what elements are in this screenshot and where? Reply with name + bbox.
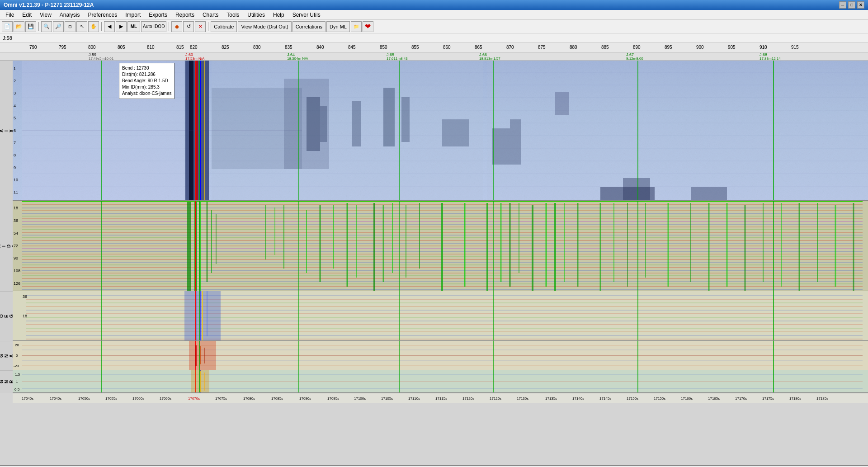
svg-text:17050s: 17050s <box>78 396 90 401</box>
col-label-865: 865 <box>475 45 482 50</box>
j68-sub: 17.83m12:14 <box>760 57 781 61</box>
svg-text:1.5: 1.5 <box>15 373 20 377</box>
dist-axis-svg: 17040s 17045s 17050s 17055s 17060s 17065… <box>13 393 868 403</box>
svg-text:17165s: 17165s <box>708 396 720 401</box>
geo-chart[interactable]: 36 18 <box>13 291 868 341</box>
svg-text:17120s: 17120s <box>462 396 474 401</box>
zoom-fit-button[interactable]: ⊡ <box>65 21 75 32</box>
axial-axis-label: AXIAL <box>0 61 13 201</box>
j64-sub: 18:304m N/A <box>287 57 308 61</box>
j60-sub: 17:53m N/A <box>185 57 204 61</box>
j59-sub: 17:49s5m10:01 <box>89 57 113 61</box>
svg-text:17140s: 17140s <box>572 396 584 401</box>
hand-button[interactable]: ✋ <box>88 21 99 32</box>
svg-text:17145s: 17145s <box>599 396 611 401</box>
axial-chart[interactable]: 11 10 9 8 7 6 5 4 3 2 1 Bend : 12730 Dis… <box>13 61 868 201</box>
svg-text:18: 18 <box>23 314 27 318</box>
record-button[interactable]: ⏺ <box>171 21 182 32</box>
chart-area[interactable]: 11 10 9 8 7 6 5 4 3 2 1 Bend : 12730 Dis… <box>13 61 868 465</box>
svg-text:17095s: 17095s <box>327 396 339 401</box>
col-label-830: 830 <box>253 45 261 50</box>
view-mode-button[interactable]: View Mode (Dist Out) <box>238 21 291 32</box>
menu-file[interactable]: File <box>2 11 18 19</box>
menu-exports[interactable]: Exports <box>145 11 171 19</box>
zoom-in-button[interactable]: 🔍 <box>41 21 52 32</box>
svg-text:17055s: 17055s <box>105 396 117 401</box>
close-button[interactable]: ✕ <box>857 1 864 9</box>
col-label-885: 885 <box>601 45 609 50</box>
col-label-795: 795 <box>59 45 66 50</box>
ang-chart[interactable]: 20 0 -20 <box>13 341 868 370</box>
close-x-button[interactable]: ✕ <box>195 21 206 32</box>
svg-rect-132 <box>13 291 868 340</box>
calibrate-button[interactable]: Calibrate <box>211 21 237 32</box>
svg-text:17135s: 17135s <box>545 396 557 401</box>
radial-y-labels: 126 108 90 72 54 36 18 <box>13 201 22 291</box>
svg-text:0.5: 0.5 <box>14 387 20 392</box>
menu-charts[interactable]: Charts <box>199 11 222 19</box>
position-bar: 790 795 800 805 810 815 820 825 830 835 … <box>0 42 868 52</box>
menu-analysis[interactable]: Analysis <box>56 11 84 19</box>
radial-chart-svg <box>13 201 868 291</box>
menu-utilities[interactable]: Utilities <box>244 11 269 19</box>
svg-text:17075s: 17075s <box>215 396 227 401</box>
j-position-label: J:58 <box>3 35 12 41</box>
ang-chart-svg: 20 0 -20 <box>13 341 868 370</box>
folder-button[interactable]: 📁 <box>351 21 362 32</box>
window-title: Omni v1.21.39 - P-1271 231129-12A <box>4 2 94 8</box>
pointer-button[interactable]: ↖ <box>76 21 87 32</box>
col-label-910: 910 <box>760 45 767 50</box>
next-button[interactable]: ▶ <box>116 21 127 32</box>
svg-text:17160s: 17160s <box>681 396 693 401</box>
svg-rect-29 <box>22 61 184 200</box>
maximize-button[interactable]: □ <box>848 1 855 9</box>
svg-text:17080s: 17080s <box>243 396 255 401</box>
menu-bar: File Edit View Analysis Preferences Impo… <box>0 10 868 20</box>
svg-rect-31 <box>487 61 868 200</box>
second-toolbar: J:58 <box>0 33 868 42</box>
rng-chart[interactable]: 1.5 1 0.5 <box>13 370 868 393</box>
menu-preferences[interactable]: Preferences <box>85 11 121 19</box>
heart-button[interactable]: ❤ <box>363 21 373 32</box>
col-label-870: 870 <box>506 45 514 50</box>
col-label-825: 825 <box>222 45 229 50</box>
svg-text:17070s: 17070s <box>188 396 200 401</box>
svg-text:17105s: 17105s <box>381 396 393 401</box>
j67-sub: 9:12m8:00 <box>626 57 643 61</box>
menu-server-utils[interactable]: Server Utils <box>289 11 324 19</box>
radial-chart[interactable]: 126 108 90 72 54 36 18 <box>13 201 868 291</box>
new-button[interactable]: 📄 <box>2 21 13 32</box>
auto-idod-btn[interactable]: Auto IDOD <box>141 21 166 32</box>
menu-import[interactable]: Import <box>122 11 144 19</box>
save-button[interactable]: 💾 <box>25 21 36 32</box>
title-bar: Omni v1.21.39 - P-1271 231129-12A ─ □ ✕ <box>0 0 868 10</box>
menu-help[interactable]: Help <box>269 11 288 19</box>
col-label-880: 880 <box>570 45 577 50</box>
svg-text:17085s: 17085s <box>271 396 283 401</box>
menu-view[interactable]: View <box>36 11 55 19</box>
menu-edit[interactable]: Edit <box>19 11 35 19</box>
zoom-out-button[interactable]: 🔎 <box>53 21 64 32</box>
ml-btn[interactable]: ML <box>127 21 140 32</box>
col-label-845: 845 <box>348 45 356 50</box>
svg-rect-13 <box>189 61 193 200</box>
correlations-button[interactable]: Correlations <box>292 21 326 32</box>
col-label-875: 875 <box>538 45 546 50</box>
menu-tools[interactable]: Tools <box>223 11 243 19</box>
svg-text:17065s: 17065s <box>160 396 171 401</box>
minimize-button[interactable]: ─ <box>839 1 846 9</box>
svg-text:1: 1 <box>16 380 18 384</box>
col-label-890: 890 <box>633 45 641 50</box>
refresh-button[interactable]: ↺ <box>183 21 194 32</box>
menu-reports[interactable]: Reports <box>172 11 198 19</box>
svg-text:17090s: 17090s <box>299 396 311 401</box>
title-bar-controls: ─ □ ✕ <box>839 1 864 9</box>
svg-text:17130s: 17130s <box>517 396 528 401</box>
prev-button[interactable]: ◀ <box>104 21 115 32</box>
svg-text:36: 36 <box>23 294 27 299</box>
dyn-ml-button[interactable]: Dyn ML <box>326 21 350 32</box>
svg-rect-43 <box>13 201 868 291</box>
col-label-840: 840 <box>316 45 324 50</box>
open-button[interactable]: 📂 <box>14 21 24 32</box>
toolbar: 📄 📂 💾 🔍 🔎 ⊡ ↖ ✋ ◀ ▶ ML Auto IDOD ⏺ ↺ ✕ C… <box>0 20 868 33</box>
